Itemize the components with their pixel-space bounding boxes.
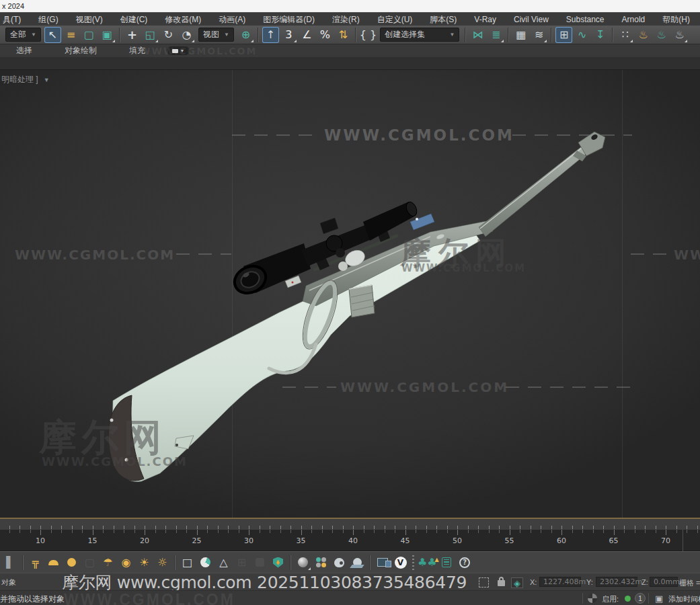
menu-item-2[interactable]: 组(G) xyxy=(30,13,67,26)
select-by-name-icon[interactable]: ≡ xyxy=(63,27,79,43)
perspective-viewport[interactable]: 明暗处理 ] ▼ WWW.CGMOL.COM WWW.CGMOL.COM WWW xyxy=(0,70,700,518)
absolute-mode-icon[interactable]: ◈ xyxy=(511,577,523,588)
open-rendered-frame-icon[interactable]: ↧ xyxy=(592,27,609,43)
menu-item-11[interactable]: V-Ray xyxy=(465,13,505,26)
select-and-place-icon[interactable]: ◔ xyxy=(178,27,195,43)
sun-light-icon[interactable]: ☀ xyxy=(136,555,153,571)
sphere-slice-icon[interactable] xyxy=(197,555,214,571)
ribbon-tab-2[interactable]: 对象绘制 xyxy=(48,45,113,56)
help-icon[interactable]: ? xyxy=(457,555,473,571)
select-and-manipulate-icon[interactable]: ↑ xyxy=(262,27,279,43)
enable-status-dot[interactable] xyxy=(625,596,631,602)
percent-snap-icon[interactable]: % xyxy=(317,27,334,43)
frame-number-15: 15 xyxy=(88,536,98,545)
tick xyxy=(249,530,249,535)
isolate-selection-icon[interactable] xyxy=(588,594,597,603)
track-bar[interactable] xyxy=(0,518,700,530)
schematic-view-icon[interactable]: ⊞ xyxy=(555,27,572,43)
mirror-icon[interactable]: ⋈ xyxy=(469,27,486,43)
z-coordinate-field[interactable]: 0.0mm xyxy=(650,577,678,587)
extras-toolbar: ▌╦▢☂◉☀☼□△⊞V♣♣? xyxy=(0,551,700,573)
tick xyxy=(405,526,406,529)
rectangular-selection-region-icon[interactable]: ▢ xyxy=(81,27,98,43)
target-light-icon[interactable]: ╦ xyxy=(27,555,44,571)
menu-item-9[interactable]: 自定义(U) xyxy=(368,13,422,26)
use-pivot-center-icon[interactable]: ⊕ xyxy=(237,27,254,43)
notes-document-icon[interactable] xyxy=(438,555,455,571)
select-object-icon[interactable]: ↖ xyxy=(44,27,61,43)
selection-filter-dropdown[interactable]: 全部▼ xyxy=(5,28,41,42)
select-and-move-icon[interactable]: + xyxy=(124,27,141,43)
layer-explorer-icon[interactable]: ≋ xyxy=(531,27,547,43)
render-production-icon[interactable]: ♨ xyxy=(671,27,688,43)
cube-primitive-icon[interactable]: □ xyxy=(179,555,196,571)
time-tag-box-icon[interactable]: ▣ xyxy=(655,594,663,604)
menu-item-7[interactable]: 图形编辑器(D) xyxy=(254,13,323,26)
align-icon[interactable]: ≣ xyxy=(488,27,504,43)
ghost-cube-icon[interactable]: ▢ xyxy=(81,555,98,571)
menu-item-13[interactable]: Substance xyxy=(557,13,613,26)
edit-named-selection-icon[interactable]: { } xyxy=(360,27,377,43)
key-count-button[interactable]: 1 xyxy=(635,593,646,604)
vray-logo-icon[interactable]: V xyxy=(392,555,409,571)
ghost-hand-icon[interactable] xyxy=(251,555,268,571)
angle-snap-icon[interactable]: ∠ xyxy=(299,27,315,43)
x-coordinate-field[interactable]: 1227.408m xyxy=(539,577,581,587)
hemisphere-light-icon[interactable] xyxy=(45,555,62,571)
tick xyxy=(270,526,270,529)
selection-region-lock-icon[interactable] xyxy=(479,577,489,588)
divider xyxy=(355,28,356,42)
ribbon-tab-1[interactable]: 选择 xyxy=(0,45,48,56)
tick xyxy=(176,530,177,533)
menu-item-14[interactable]: Arnold xyxy=(613,13,654,26)
partial-icon[interactable]: ▌ xyxy=(2,555,19,571)
menu-item-4[interactable]: 创建(C) xyxy=(112,13,157,26)
select-and-scale-icon[interactable]: ◱ xyxy=(142,27,159,43)
menu-item-10[interactable]: 脚本(S) xyxy=(421,13,465,26)
selection-lock-icon[interactable] xyxy=(498,580,505,586)
select-and-rotate-icon[interactable]: ↻ xyxy=(160,27,177,43)
menu-item-1[interactable]: 具(T) xyxy=(0,13,30,26)
spinner-snap-icon[interactable]: ⇅ xyxy=(335,27,352,43)
tick xyxy=(635,526,635,529)
color-swatches-icon[interactable] xyxy=(313,555,329,571)
menu-item-6[interactable]: 动画(A) xyxy=(210,13,254,26)
tick xyxy=(385,526,385,529)
menu-item-12[interactable]: Civil View xyxy=(505,13,557,26)
curve-editor-icon[interactable]: ∿ xyxy=(574,27,590,43)
ghost-grid-icon[interactable]: ⊞ xyxy=(233,555,250,571)
skylight-icon[interactable]: ☼ xyxy=(154,555,171,571)
tick xyxy=(93,526,93,529)
tick xyxy=(51,526,52,529)
umbrella-light-icon[interactable]: ☂ xyxy=(100,555,116,571)
fire-effect-icon xyxy=(273,557,283,568)
palette-icon[interactable] xyxy=(331,555,348,571)
tick xyxy=(218,526,219,529)
timeline-ruler[interactable]: 10152025303540455055606570 xyxy=(0,530,700,551)
menu-item-5[interactable]: 修改器(M) xyxy=(156,13,210,26)
omni-light-icon[interactable] xyxy=(63,555,80,571)
tick xyxy=(614,526,615,529)
tick xyxy=(457,526,458,529)
camera-icon[interactable]: △ xyxy=(215,555,232,571)
menu-item-3[interactable]: 视图(V) xyxy=(67,13,112,26)
menu-item-15[interactable]: 帮助(H) xyxy=(654,13,699,26)
monitors-icon[interactable] xyxy=(374,555,391,571)
y-coordinate-field[interactable]: 2302.432m xyxy=(596,577,637,587)
forest-trees-icon[interactable]: ♣♣ xyxy=(418,555,437,571)
add-time-tag-label[interactable]: 添加时间标 xyxy=(668,594,700,604)
reference-coordinate-dropdown[interactable]: 视图▼ xyxy=(198,28,234,42)
create-selection-set-dropdown[interactable]: 创建选择集▼ xyxy=(380,28,459,42)
render-flush-icon[interactable]: ∷ xyxy=(617,27,633,43)
scene-explorer-icon[interactable]: ▦ xyxy=(512,27,529,43)
render-frame-window-icon[interactable]: ♨ xyxy=(653,27,670,43)
fire-effect-icon[interactable] xyxy=(270,555,286,571)
lantern-light-icon[interactable]: ◉ xyxy=(118,555,134,571)
tick xyxy=(353,526,354,529)
snaps-toggle-3d-icon[interactable]: 3 xyxy=(280,27,297,43)
window-crossing-icon[interactable]: ▣ xyxy=(99,27,116,43)
menu-item-8[interactable]: 渲染(R) xyxy=(323,13,368,26)
material-sphere-icon[interactable] xyxy=(295,555,311,571)
render-setup-icon[interactable]: ♨ xyxy=(635,27,652,43)
sphere-plane-icon[interactable] xyxy=(349,555,366,571)
